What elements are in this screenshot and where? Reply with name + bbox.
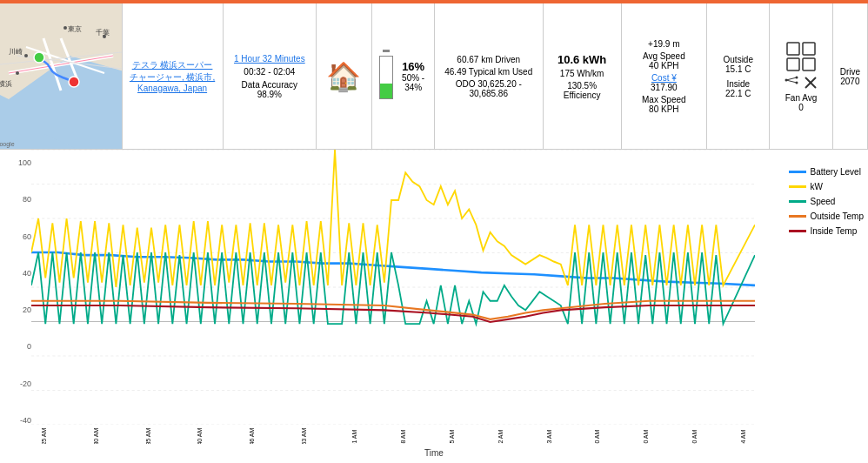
chart-legend: Battery Level kW Speed Outside Temp Insi…: [789, 167, 864, 236]
metrics-cell: +19.9 m Avg Speed 40 KPH Cost ¥ 317.90 M…: [622, 3, 708, 149]
kw-legend-line: [789, 185, 806, 188]
svg-point-15: [24, 54, 28, 57]
typical-label: 46.49 Typical km Used: [444, 67, 532, 77]
battery-range: 50% - 34%: [400, 73, 427, 92]
accuracy-val: 98.9%: [257, 90, 282, 99]
svg-point-11: [63, 26, 67, 30]
legend-inside-temp: Inside Temp: [789, 226, 864, 236]
legend-outside-temp: Outside Temp: [789, 211, 864, 221]
svg-point-17: [16, 71, 19, 75]
legend-kw: kW: [789, 182, 864, 191]
house-icon: 🏠: [326, 60, 361, 93]
x-label-9: 1:22 AM: [497, 430, 504, 444]
outside-label: Outside: [724, 55, 753, 64]
inside-temp: 22.1 C: [725, 89, 751, 98]
x-label-8: 1:15 AM: [449, 430, 455, 444]
avg-speed-label: Avg Speed: [643, 51, 685, 61]
energy-cell: 10.6 kWh 175 Wh/km 130.5% Efficiency: [544, 3, 622, 149]
inside-label: Inside: [726, 79, 750, 89]
y-label-80: 80: [23, 195, 31, 204]
distance-cell: 60.67 km Driven 46.49 Typical km Used OD…: [435, 3, 544, 149]
time-axis-label: Time: [424, 448, 444, 458]
speed-legend-label: Speed: [810, 197, 835, 206]
x-label-13: 2:00 AM: [692, 430, 698, 444]
fan-label: Fan Avg: [785, 93, 818, 103]
x-label-0: 12:25 AM: [41, 428, 47, 444]
time-range: 00:32 - 02:04: [244, 67, 295, 77]
svg-rect-23: [803, 43, 815, 55]
battery-legend-label: Battery Level: [810, 167, 860, 177]
energy-kwh: 10.6 kWh: [558, 53, 606, 66]
x-label-14: 2:04 AM: [741, 430, 747, 444]
map-background: 東京 千葉 川崎 横浜 Google: [0, 3, 123, 149]
house-cell: 🏠: [317, 3, 372, 149]
svg-point-19: [34, 52, 44, 63]
svg-rect-22: [787, 43, 799, 55]
outside-temp-legend-line: [789, 215, 806, 218]
x-axis-container: 12:25 AM 12:30 AM 12:35 AM 12:40 AM 12:4…: [31, 416, 755, 444]
cost-val: 317.90: [651, 83, 678, 92]
y-label-60: 60: [23, 232, 31, 241]
legend-battery: Battery Level: [789, 167, 864, 177]
speed-legend-line: [789, 200, 806, 203]
energy-efficiency: 130.5% Efficiency: [551, 81, 614, 100]
y-label-40: 40: [23, 269, 31, 278]
outside-temp-legend-label: Outside Temp: [810, 211, 864, 221]
svg-text:Google: Google: [0, 141, 14, 148]
grid-icon: [785, 41, 817, 72]
svg-line-30: [786, 80, 797, 83]
x-label-11: 1:40 AM: [595, 430, 601, 444]
x-label-1: 12:30 AM: [93, 428, 99, 444]
outside-cell: Outside 15.1 C Inside 22.1 C: [707, 3, 770, 149]
x-label-6: 1:01 AM: [351, 430, 357, 444]
max-speed-val: 80 KPH: [649, 104, 678, 114]
y-label-100: 100: [18, 158, 31, 167]
svg-line-29: [786, 77, 797, 80]
svg-text:東京: 東京: [68, 25, 82, 33]
fan-val: 0: [798, 103, 804, 112]
energy-whkm: 175 Wh/km: [560, 69, 604, 78]
battery-legend-line: [789, 171, 806, 173]
info-panel: 東京 千葉 川崎 横浜 Google テスラ 横浜: [0, 3, 868, 150]
x-label-3: 12:40 AM: [197, 428, 204, 444]
battery-pct: 16%: [400, 60, 427, 73]
share-icon: [785, 76, 798, 90]
x-label-4: 12:46 AM: [250, 428, 256, 444]
kw-legend-label: kW: [810, 182, 822, 191]
svg-text:横浜: 横浜: [0, 80, 12, 88]
location-cell: テスラ 横浜スーパーチャージャー, 横浜市, Kanagawa, Japan: [123, 3, 224, 149]
elevation: +19.9 m: [648, 39, 679, 49]
location-link[interactable]: テスラ 横浜スーパーチャージャー, 横浜市, Kanagawa, Japan: [130, 59, 216, 93]
x-label-2: 12:35 AM: [145, 428, 151, 444]
svg-text:千葉: 千葉: [96, 29, 110, 37]
map-svg: 東京 千葉 川崎 横浜 Google: [0, 3, 123, 149]
duration-link[interactable]: 1 Hour 32 Minutes: [234, 54, 305, 64]
battery-top: [383, 50, 390, 52]
svg-point-20: [69, 77, 79, 87]
chart-svg: [31, 150, 755, 425]
odo-label: ODO 30,625.20 - 30,685.86: [442, 79, 536, 98]
battery-bar-fill: [380, 84, 392, 98]
drive-cell: Drive 2070: [833, 3, 868, 149]
inside-temp-legend-line: [789, 230, 806, 232]
x-label-10: 1:33 AM: [546, 430, 552, 444]
legend-speed: Speed: [789, 197, 864, 206]
x-label-12: 1:50 AM: [644, 430, 650, 444]
max-speed-label: Max Speed: [642, 95, 686, 104]
accuracy-label: Data Accuracy: [242, 80, 297, 90]
y-axis-labels: 100 80 60 40 20 0 -20 -40: [0, 158, 31, 425]
y-label-minus20: -20: [20, 379, 31, 388]
drive-label: Drive 2070: [840, 67, 860, 86]
battery-bar-container: [379, 56, 393, 99]
icon-cell: Fan Avg 0: [770, 3, 832, 149]
chart-area: 100 80 60 40 20 0 -20 -40: [0, 150, 868, 460]
inside-temp-line: [31, 305, 755, 322]
x-label-5: 12:53 AM: [301, 428, 307, 444]
y-label-minus40: -40: [20, 416, 31, 425]
avg-speed-val: 40 KPH: [649, 61, 678, 70]
driven-label: 60.67 km Driven: [457, 55, 520, 64]
time-cell: 1 Hour 32 Minutes 00:32 - 02:04 Data Acc…: [224, 3, 317, 149]
x-axis-labels: 12:25 AM 12:30 AM 12:35 AM 12:40 AM 12:4…: [31, 416, 755, 444]
outside-temp: 15.1 C: [725, 64, 751, 74]
svg-rect-24: [787, 58, 799, 70]
